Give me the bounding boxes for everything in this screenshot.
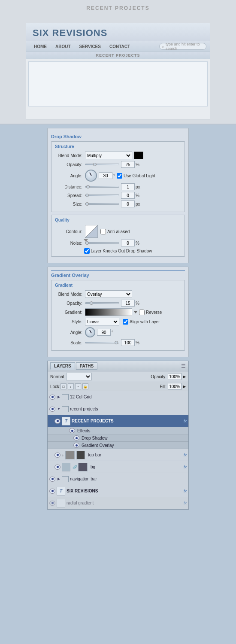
site-nav: HOME ABOUT SERVICES CONTACT ⌕ type and h… bbox=[26, 41, 210, 52]
layer-12-col-grid[interactable]: ▶ 12 Col Grid bbox=[48, 391, 188, 403]
noise-label: Noise: bbox=[55, 241, 85, 246]
angle-row: Angle: ° Use Global Light bbox=[55, 170, 181, 182]
gradient-bar[interactable] bbox=[85, 308, 132, 316]
go-gradient-label: Gradient: bbox=[55, 310, 85, 315]
layers-menu-icon[interactable]: ☰ bbox=[181, 363, 186, 369]
size-unit: px bbox=[136, 202, 140, 207]
eye-icon-topbar[interactable] bbox=[54, 453, 61, 458]
noise-unit: % bbox=[136, 241, 139, 246]
spread-label: Spread: bbox=[55, 193, 85, 198]
eye-icon-navbar[interactable] bbox=[49, 477, 55, 482]
layer-recent-projects-group[interactable]: ▼ recent projects bbox=[48, 403, 188, 415]
site-header: SIX REVISIONS bbox=[26, 23, 210, 41]
eye-icon-rg[interactable] bbox=[49, 501, 55, 506]
tab-layers[interactable]: LAYERS bbox=[50, 362, 75, 370]
global-light-checkbox[interactable] bbox=[117, 173, 122, 179]
color-swatch[interactable] bbox=[134, 152, 143, 159]
go-angle-row: Angle: ° bbox=[55, 327, 181, 337]
effects-row: Effects bbox=[48, 427, 188, 434]
lock-label: Lock: bbox=[50, 384, 61, 389]
nav-home[interactable]: HOME bbox=[30, 44, 51, 49]
angle-input[interactable] bbox=[99, 172, 112, 179]
layers-blend-select[interactable] bbox=[66, 373, 92, 380]
layer-name-rp: recent projects bbox=[70, 407, 187, 411]
expand-rp[interactable]: ▼ bbox=[57, 407, 61, 411]
angle-knob[interactable] bbox=[85, 170, 97, 182]
go-angle-input[interactable] bbox=[97, 329, 111, 336]
size-input[interactable] bbox=[121, 200, 135, 207]
opacity-control-label: Opacity: bbox=[151, 374, 166, 379]
layer-recent-projects-text[interactable]: T RECENT PROJECTS fx bbox=[48, 415, 188, 427]
nav-services[interactable]: SERVICES bbox=[75, 44, 105, 49]
distance-slider[interactable] bbox=[85, 186, 119, 188]
spread-input[interactable] bbox=[121, 192, 135, 199]
eye-icon-effects[interactable] bbox=[69, 428, 75, 433]
blend-mode-select[interactable]: Multiply bbox=[85, 152, 132, 159]
distance-input[interactable] bbox=[121, 183, 135, 190]
layer-name-rpt: RECENT PROJECTS bbox=[72, 419, 182, 423]
fx-badge-rpt: fx bbox=[184, 419, 187, 423]
contour-preview[interactable] bbox=[85, 225, 98, 238]
group-icon-12col bbox=[62, 394, 69, 400]
layer-navigation-bar[interactable]: ▶ navigation bar bbox=[48, 473, 188, 485]
opacity-label: Opacity: bbox=[55, 162, 85, 167]
lock-transparent-icon[interactable]: □ bbox=[61, 383, 67, 389]
lock-all-icon[interactable]: 🔒 bbox=[82, 383, 88, 389]
gradient-section: Gradient Blend Mode: Overlay Opacity: % … bbox=[51, 280, 185, 351]
gradient-section-title: Gradient bbox=[55, 283, 181, 288]
anti-aliased-label: Anti-aliased bbox=[100, 229, 130, 234]
go-scale-slider[interactable] bbox=[85, 342, 119, 343]
expand-12col[interactable]: ▶ bbox=[57, 395, 61, 399]
go-opacity-slider[interactable] bbox=[85, 302, 119, 304]
reverse-label: Reverse bbox=[139, 310, 162, 315]
go-scale-label: Scale: bbox=[55, 340, 85, 345]
layer-six-revisions[interactable]: T SIX REVISIONS fx bbox=[48, 485, 188, 497]
eye-icon-12col[interactable] bbox=[49, 395, 55, 400]
lock-pixels-icon[interactable]: / bbox=[68, 383, 74, 389]
layers-fill-input[interactable] bbox=[168, 383, 182, 390]
spread-slider[interactable] bbox=[85, 194, 119, 196]
blend-mode-row: Blend Mode: Multiply bbox=[55, 152, 181, 159]
opacity-input[interactable] bbox=[121, 161, 135, 168]
layer-top-bar[interactable]: ↓ top bar fx bbox=[48, 449, 188, 461]
eye-icon-rpt[interactable] bbox=[54, 419, 61, 424]
nav-contact[interactable]: CONTACT bbox=[105, 44, 134, 49]
eye-icon-ds[interactable] bbox=[73, 435, 79, 440]
layer-name-topbar: top bar bbox=[88, 453, 182, 457]
angle-label: Angle: bbox=[55, 173, 85, 178]
site-search[interactable]: ⌕ type and hit enter to search bbox=[159, 43, 206, 50]
opacity-arrow[interactable]: ▶ bbox=[183, 375, 186, 379]
go-scale-row: Scale: % bbox=[55, 339, 181, 346]
noise-input[interactable] bbox=[121, 240, 135, 246]
size-slider[interactable] bbox=[85, 203, 119, 205]
reverse-checkbox[interactable] bbox=[139, 310, 145, 315]
eye-icon-go[interactable] bbox=[73, 443, 79, 448]
lock-position-icon[interactable]: ⁃ bbox=[75, 383, 81, 389]
go-scale-input[interactable] bbox=[121, 339, 135, 346]
align-layer-checkbox[interactable] bbox=[123, 319, 128, 325]
layers-controls: Normal Opacity: ▶ bbox=[48, 371, 188, 382]
knockout-label: Layer Knocks Out Drop Shadow bbox=[84, 248, 152, 254]
opacity-slider[interactable] bbox=[85, 164, 119, 165]
eye-icon-rp[interactable] bbox=[49, 407, 55, 412]
go-angle-knob[interactable] bbox=[85, 327, 95, 337]
site-title: SIX REVISIONS bbox=[33, 27, 203, 39]
layer-radial-gradient[interactable]: radial gradient fx bbox=[48, 497, 188, 509]
layers-opacity-input[interactable] bbox=[168, 373, 182, 380]
knockout-checkbox[interactable] bbox=[84, 248, 90, 254]
fill-arrow[interactable]: ▶ bbox=[183, 385, 186, 389]
go-style-select[interactable]: Linear bbox=[85, 318, 119, 325]
eye-icon-sr[interactable] bbox=[49, 489, 55, 494]
eye-icon-bg[interactable] bbox=[54, 465, 61, 470]
go-blend-select[interactable]: Overlay bbox=[85, 290, 132, 298]
tab-paths[interactable]: PATHS bbox=[76, 362, 97, 370]
expand-navbar[interactable]: ▶ bbox=[57, 477, 61, 481]
nav-about[interactable]: ABOUT bbox=[51, 44, 75, 49]
layer-thumb-topbar2 bbox=[76, 451, 85, 459]
drop-shadow-panel: Drop Shadow Structure Blend Mode: Multip… bbox=[47, 128, 189, 263]
go-opacity-input[interactable] bbox=[121, 300, 135, 307]
layer-bg[interactable]: 🔗 bg fx bbox=[48, 461, 188, 473]
go-gradient-row: Gradient: Reverse bbox=[55, 308, 181, 316]
anti-aliased-checkbox[interactable] bbox=[100, 229, 106, 234]
noise-slider[interactable] bbox=[85, 242, 119, 244]
